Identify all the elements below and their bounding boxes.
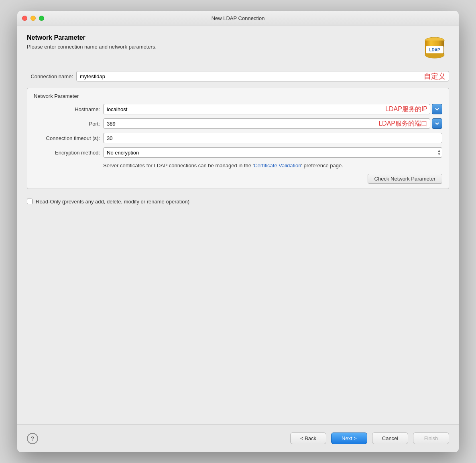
encryption-label: Encryption method: [34,150,100,156]
hostname-row: Hostname: LDAP服务的IP [34,104,442,114]
hostname-input-wrapper: LDAP服务的IP [103,104,442,114]
hostname-combo-wrapper: LDAP服务的IP [103,104,430,114]
cert-text: Server certificates for LDAP connections… [103,162,442,170]
readonly-label: Read-Only (prevents any add, delete, mod… [36,199,189,205]
header-text: Network Parameter Please enter connectio… [27,34,157,50]
cert-text-after: ' preference page. [301,162,343,169]
encryption-input-wrapper: No encryption SSL StartTLS ▲ ▼ [103,147,442,158]
cert-link[interactable]: Certificate Validation [254,162,301,169]
port-input-wrapper: LDAP服务的端口 [103,118,442,129]
content-spacer [27,205,449,416]
window-title: New LDAP Connection [212,15,265,21]
connection-name-input[interactable] [80,73,420,79]
svg-text:LDAP: LDAP [429,48,440,52]
title-bar: New LDAP Connection [17,11,459,26]
encryption-select-wrapper: No encryption SSL StartTLS ▲ ▼ [103,147,442,158]
connection-name-row: Connection name: 自定义 [27,71,449,81]
encryption-row: Encryption method: No encryption SSL Sta… [34,147,442,158]
timeout-row: Connection timeout (s): [34,133,442,143]
port-label: Port: [34,121,100,127]
port-combo-wrapper: LDAP服务的端口 [103,118,430,129]
minimize-button[interactable] [31,16,36,21]
cert-info-row: Server certificates for LDAP connections… [34,162,442,170]
readonly-checkbox[interactable] [27,199,33,204]
finish-button[interactable]: Finish [413,433,449,444]
hostname-label: Hostname: [34,106,100,112]
port-row: Port: LDAP服务的端口 [34,118,442,129]
network-param-title: Network Parameter [34,93,442,99]
maximize-button[interactable] [39,16,44,21]
timeout-input-wrapper [103,133,442,143]
ldap-icon-svg: LDAP [420,34,449,63]
network-param-section: Network Parameter Hostname: LDAP服务的IP Po… [27,88,449,189]
encryption-select[interactable]: No encryption SSL StartTLS [103,147,442,158]
window: New LDAP Connection Network Parameter Pl… [17,11,459,452]
ldap-icon: LDAP [420,34,449,63]
timeout-input[interactable] [103,133,442,143]
content-area: Network Parameter Please enter connectio… [17,26,459,424]
cert-text-before: Server certificates for LDAP connections… [103,162,254,169]
close-button[interactable] [22,16,27,21]
hostname-annotation: LDAP服务的IP [385,105,427,114]
page-title: Network Parameter [27,34,157,41]
readonly-row: Read-Only (prevents any add, delete, mod… [27,199,449,205]
bottom-bar: ? < Back Next > Cancel Finish [17,424,459,452]
port-input[interactable] [104,121,378,127]
header-section: Network Parameter Please enter connectio… [27,34,449,63]
help-button[interactable]: ? [27,433,38,444]
check-network-btn[interactable]: Check Network Parameter [368,174,442,184]
port-annotation: LDAP服务的端口 [378,120,427,128]
check-btn-row: Check Network Parameter [34,174,442,184]
page-description: Please enter connection name and network… [27,44,157,50]
next-button[interactable]: Next > [331,433,367,444]
hostname-dropdown-btn[interactable] [432,104,442,114]
connection-name-field-wrapper: 自定义 [76,71,449,81]
back-button[interactable]: < Back [290,433,326,444]
traffic-lights [22,16,44,21]
connection-name-annotation: 自定义 [424,71,445,81]
cancel-button[interactable]: Cancel [372,433,408,444]
hostname-input[interactable] [104,106,385,112]
port-dropdown-btn[interactable] [432,118,442,129]
connection-name-label: Connection name: [27,73,73,79]
timeout-label: Connection timeout (s): [34,135,100,141]
